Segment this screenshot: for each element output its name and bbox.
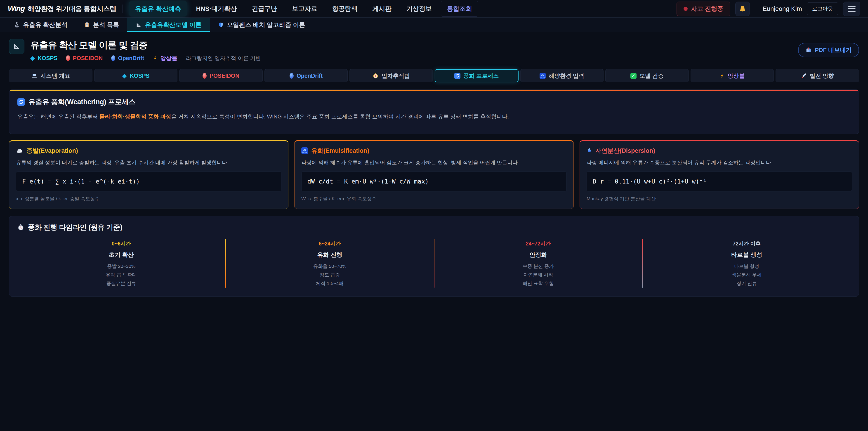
card-title: 증발(Evaporation) [26,147,78,155]
subtab-label: 유출유 확산분석 [23,21,68,29]
tab-label: 발전 방향 [810,72,834,80]
stage-item: 증발 20~30% [18,262,225,271]
tab-model-validation[interactable]: ✓ 모델 검증 [605,69,689,82]
clipboard-icon [84,22,90,28]
model-badge-row: ◆ KOSPS POSEIDON OpenDrift [30,55,261,62]
tab-label: 앙상블 [727,72,745,80]
tab-opendrift[interactable]: OpenDrift [265,69,348,82]
main-menu: 유출유 확산예측 HNS·대기확산 긴급구난 보고자료 항공탐색 게시판 기상정… [129,1,478,17]
compass-icon [373,73,379,79]
subtab-label: 유출유확산모델 이론 [145,21,202,29]
app-title: 해양환경 위기대응 통합시스템 [28,4,116,13]
tab-label: POSEIDON [210,72,239,79]
pdf-export-label: PDF 내보내기 [815,46,852,54]
stage-time: 72시간 이후 [643,240,850,247]
weathering-section: 유출유 풍화(Weathering) 프로세스 유출유는 해면에 유출된 직후부… [9,90,859,134]
menu-button[interactable] [843,2,860,16]
subtab-model-theory[interactable]: 유출유확산모델 이론 [127,18,210,32]
nav-item-weather-info[interactable]: 기상정보 [401,1,438,17]
card-footnote: Mackay 경험식 기반 분산율 계산 [587,195,852,202]
subtab-label: 분석 목록 [93,21,119,29]
stage-time: 0~6시간 [18,240,225,247]
tab-weathering-process[interactable]: 풍화 프로세스 [435,69,519,82]
nav-item-board[interactable]: 게시판 [367,1,397,17]
nav-item-reports[interactable]: 보고자료 [286,1,323,17]
wave-icon [301,147,308,154]
page-header-text: 유출유 확산 모델 이론 및 검증 ◆ KOSPS POSEIDON OpenD… [30,39,261,62]
sub-navbar: 유출유 확산분석 분석 목록 유출유확산모델 이론 오일펜스 배치 알고리즘 이… [0,18,868,32]
subtab-spill-analysis[interactable]: 유출유 확산분석 [5,18,76,32]
status-dot-icon [684,7,688,11]
stage-items: 타르볼 형성 생물분해 우세 장기 잔류 [643,262,850,287]
stage-items: 수중 분산 증가 자연분해 시작 해안 표착 위험 [434,262,642,287]
card-title: 자연분산(Dispersion) [595,147,655,155]
card-title: 유화(Emulsification) [311,147,369,155]
logo-icon: Wing [8,4,25,13]
blue-ellipse-icon [111,55,115,61]
badge-kosps: ◆ KOSPS [30,55,57,61]
incident-status-label: 사고 진행중 [691,5,723,13]
user-name: Eunjeong Kim [763,5,802,12]
theory-tabbar: 시스템 개요 ◆ KOSPS POSEIDON OpenDrift 입자추적법 [9,69,859,82]
weathering-title-row: 유출유 풍화(Weathering) 프로세스 [18,97,850,107]
tab-system-overview[interactable]: 시스템 개요 [9,69,92,82]
badge-poseidon: POSEIDON [66,55,103,61]
badge-ensemble: 앙상블 [153,55,178,62]
section-title: 유출유 풍화(Weathering) 프로세스 [29,97,135,107]
notification-button[interactable] [735,2,750,16]
tab-ocean-environment-input[interactable]: 해양환경 입력 [520,69,604,82]
tab-poseidon[interactable]: POSEIDON [179,69,263,82]
timeline-stage-2: 6~24시간 유화 진행 유화율 50~70% 점도 급증 체적 1.5~4배 [226,239,434,287]
timeline-section: 풍화 진행 타임라인 (원유 기준) 0~6시간 초기 확산 증발 20~30%… [9,216,859,296]
section-title: 풍화 진행 타임라인 (원유 기준) [28,223,122,232]
stage-item: 해안 표착 위험 [434,279,642,288]
bell-icon [739,5,746,13]
desc-text: 유출유는 해면에 유출된 직후부터 [18,114,99,120]
stage-time: 6~24시간 [226,240,434,247]
pdf-export-icon [805,47,812,53]
stage-item: 자연분해 시작 [434,271,642,279]
stage-name: 초기 확산 [18,251,225,259]
hamburger-icon [848,6,856,12]
brand[interactable]: Wing 해양환경 위기대응 통합시스템 [8,4,116,13]
lightning-bolt-icon [153,55,158,61]
badge-label: POSEIDON [73,55,103,61]
topnav-right: 사고 진행중 Eunjeong Kim 로그아웃 [677,2,860,16]
stage-item: 장기 잔류 [643,279,850,288]
page-title: 유출유 확산 모델 이론 및 검증 [30,39,261,51]
nav-item-integrated-search[interactable]: 통합조회 [441,1,478,17]
red-ellipse-icon [203,73,207,79]
app-root: Wing 해양환경 위기대응 통합시스템 유출유 확산예측 HNS·대기확산 긴… [0,0,868,297]
badge-label: OpenDrift [118,55,144,61]
desc-text: 을 거쳐 지속적으로 특성이 변화합니다. WING 시스템은 주요 풍화 프로… [171,114,509,120]
nav-item-oil-spill-prediction[interactable]: 유출유 확산예측 [129,1,187,17]
nav-item-aerial-search[interactable]: 항공탐색 [327,1,364,17]
nav-item-emergency-rescue[interactable]: 긴급구난 [246,1,283,17]
cloud-icon [16,148,23,154]
tab-label: KOSPS [130,72,150,79]
card-title-row: 유화(Emulsification) [301,147,567,155]
shield-icon [218,22,224,28]
card-footnote: W_c: 함수율 / K_em: 유화 속도상수 [301,195,567,202]
tab-future-direction[interactable]: 발전 방향 [776,69,859,82]
red-ellipse-icon [66,55,70,61]
subtab-oil-boom-theory[interactable]: 오일펜스 배치 알고리즘 이론 [210,18,313,32]
nav-item-hns-air-dispersion[interactable]: HNS·대기확산 [190,1,243,17]
droplet-icon [587,147,592,154]
tab-ensemble[interactable]: 앙상블 [690,69,774,82]
subtab-analysis-list[interactable]: 분석 목록 [76,18,127,32]
pdf-export-button[interactable]: PDF 내보내기 [798,43,859,57]
badge-label: 앙상블 [160,55,178,62]
page-header: 유출유 확산 모델 이론 및 검증 ◆ KOSPS POSEIDON OpenD… [9,39,859,62]
stage-item: 유막 급속 확대 [18,271,225,279]
card-description: 파랑에 의해 해수가 유류에 혼입되어 점도가 크게 증가하는 현상. 방제 작… [301,159,567,166]
tab-particle-tracking[interactable]: 입자추적법 [349,69,433,82]
tab-label: 모델 검증 [640,72,664,80]
set-square-icon [12,42,21,51]
tab-kosps[interactable]: ◆ KOSPS [94,69,178,82]
logout-button[interactable]: 로그아웃 [807,2,838,15]
badge-opendrift: OpenDrift [111,55,144,61]
main-content: 유출유 확산 모델 이론 및 검증 ◆ KOSPS POSEIDON OpenD… [0,39,868,297]
formula-block: F_e(t) = ∑ x_i·(1 - e^(-k_ei·t)) [16,171,281,191]
stage-name: 안정화 [434,251,642,259]
